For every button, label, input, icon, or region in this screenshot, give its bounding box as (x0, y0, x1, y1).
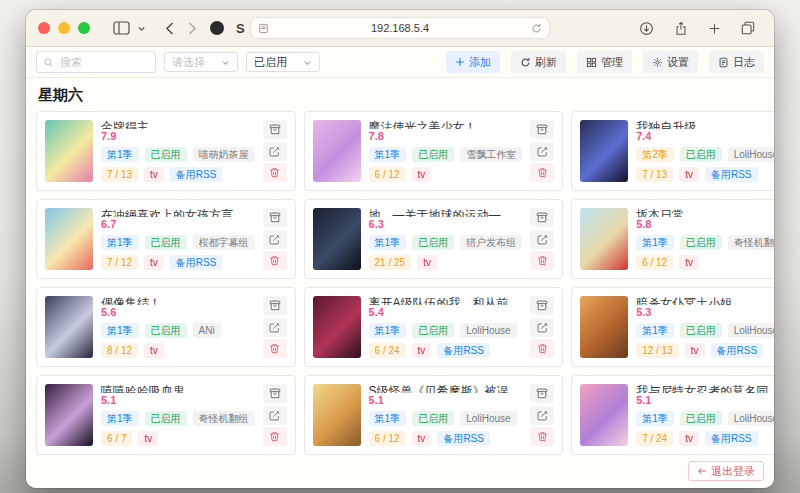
anime-title: 偶像集结！ (101, 296, 255, 305)
delete-button[interactable] (530, 251, 554, 270)
refresh-button[interactable]: 刷新 (511, 51, 566, 73)
anime-poster[interactable] (580, 208, 628, 270)
download-button[interactable] (263, 296, 287, 315)
status-badge: 已启用 (145, 323, 187, 338)
status-filter-select[interactable]: 已启用 (246, 52, 320, 72)
anime-poster[interactable] (580, 296, 628, 358)
anime-poster[interactable] (313, 384, 361, 446)
anime-info: 嘻嘻哈哈吸血鬼 5.1 第1季 已启用 奇怪机翻组 6 / 7 tv (101, 384, 255, 446)
download-button[interactable] (530, 120, 554, 139)
logout-button[interactable]: 退出登录 (688, 461, 764, 481)
address-bar[interactable]: 192.168.5.4 (250, 17, 550, 39)
rss-badge: 备用RSS (705, 167, 758, 182)
edit-button[interactable] (263, 230, 287, 249)
delete-button[interactable] (530, 339, 554, 358)
settings-button[interactable]: 设置 (643, 51, 698, 73)
group-badge: 喵萌奶茶屋 (193, 147, 255, 162)
add-button[interactable]: 添加 (446, 51, 500, 73)
close-button[interactable] (38, 22, 50, 34)
download-button[interactable] (263, 208, 287, 227)
season-badge: 第1季 (636, 235, 674, 250)
edit-button[interactable] (263, 142, 287, 161)
sidebar-icon[interactable] (113, 21, 130, 35)
zoom-button[interactable] (78, 22, 90, 34)
delete-button[interactable] (530, 163, 554, 182)
edit-button[interactable] (263, 318, 287, 337)
anime-rating: 5.1 (636, 394, 774, 406)
new-tab-icon[interactable] (708, 22, 721, 35)
group-badge: 奇怪机翻组 (193, 411, 255, 426)
anime-info: S级怪兽《贝希摩斯》被误… 5.1 第1季 已启用 LoliHouse 6 / … (369, 384, 523, 446)
status-badge: 已启用 (145, 235, 187, 250)
card-actions (263, 120, 287, 182)
episodes-badge: 6 / 24 (369, 343, 406, 358)
anime-rating: 6.7 (101, 218, 255, 230)
edit-button[interactable] (530, 406, 554, 425)
type-badge: tv (679, 255, 699, 270)
episodes-badge: 6 / 7 (101, 431, 132, 446)
delete-button[interactable] (263, 163, 287, 182)
edit-button[interactable] (530, 230, 554, 249)
section-title: 星期六 (38, 86, 762, 105)
anime-info: 我独自升级 7.4 第2季 已启用 LoliHouse 7 / 13 tv 备用… (636, 120, 774, 182)
edit-button[interactable] (263, 406, 287, 425)
rss-badge: 备用RSS (170, 167, 223, 182)
download-button[interactable] (530, 296, 554, 315)
edit-button[interactable] (530, 142, 554, 161)
delete-button[interactable] (530, 427, 554, 446)
anime-card: 魔法使光之美少女！ 7.8 第1季 已启用 雪飘工作室 6 / 12 tv (304, 111, 564, 191)
type-badge: tv (412, 431, 432, 446)
anime-poster[interactable] (45, 384, 93, 446)
downloads-icon[interactable] (639, 21, 654, 36)
anime-poster[interactable] (313, 296, 361, 358)
season-badge: 第1季 (636, 411, 674, 426)
status-badge: 已启用 (145, 147, 187, 162)
download-button[interactable] (530, 208, 554, 227)
settings-button-label: 设置 (667, 55, 689, 70)
anime-poster[interactable] (580, 120, 628, 182)
manage-button[interactable]: 管理 (577, 51, 632, 73)
search-input[interactable] (58, 55, 149, 69)
anime-poster[interactable] (313, 208, 361, 270)
chevron-down-icon[interactable] (137, 24, 146, 33)
search-box[interactable] (36, 51, 156, 73)
download-button[interactable] (263, 384, 287, 403)
manage-button-label: 管理 (601, 55, 623, 70)
episodes-badge: 21 / 25 (369, 255, 412, 270)
download-button[interactable] (263, 120, 287, 139)
edit-button[interactable] (530, 318, 554, 337)
reload-icon[interactable] (531, 23, 542, 34)
anime-poster[interactable] (45, 120, 93, 182)
type-badge: tv (144, 167, 164, 182)
anime-poster[interactable] (45, 208, 93, 270)
delete-button[interactable] (263, 339, 287, 358)
card-actions (263, 208, 287, 270)
group-badge: ANi (193, 323, 221, 338)
forward-icon[interactable] (188, 22, 197, 35)
anime-info: 魔法使光之美少女！ 7.8 第1季 已启用 雪飘工作室 6 / 12 tv (369, 120, 523, 182)
logs-button[interactable]: 日志 (709, 51, 764, 73)
card-actions (263, 384, 287, 446)
anime-title: 我与尼特女忍者的莫名同… (636, 384, 774, 393)
tab-overview-icon[interactable] (741, 21, 755, 35)
minimize-button[interactable] (58, 22, 70, 34)
anime-rating: 7.8 (369, 130, 523, 142)
anime-title: 我独自升级 (636, 120, 774, 129)
anime-poster[interactable] (45, 296, 93, 358)
season-badge: 第2季 (636, 147, 674, 162)
extension-icon-1[interactable] (210, 21, 224, 35)
delete-button[interactable] (263, 427, 287, 446)
delete-button[interactable] (263, 251, 287, 270)
anime-rating: 7.9 (101, 130, 255, 142)
anime-poster[interactable] (313, 120, 361, 182)
anime-poster[interactable] (580, 384, 628, 446)
anime-title: 嘻嘻哈哈吸血鬼 (101, 384, 255, 393)
back-icon[interactable] (165, 22, 174, 35)
rss-badge: 备用RSS (170, 255, 223, 270)
card-actions (530, 120, 554, 182)
share-icon[interactable] (674, 21, 688, 36)
week-filter-select[interactable]: 请选择 (164, 52, 238, 72)
extension-icon-2[interactable]: S (236, 21, 245, 36)
page-settings-icon[interactable] (258, 23, 269, 34)
download-button[interactable] (530, 384, 554, 403)
